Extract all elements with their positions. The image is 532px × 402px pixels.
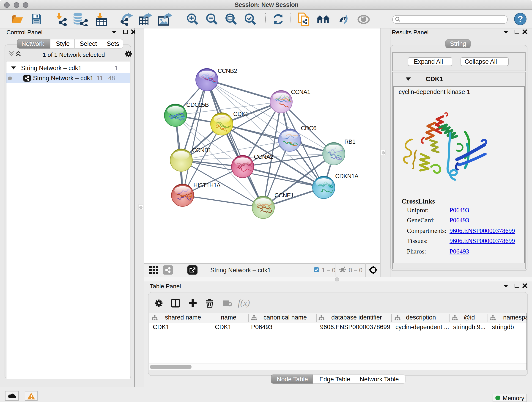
svg-text:?: ? [518, 14, 523, 24]
svg-text:CCNB1: CCNB1 [192, 147, 211, 153]
svg-text:CCNE1: CCNE1 [274, 192, 294, 199]
svg-text:RB1: RB1 [344, 138, 355, 145]
svg-text:CDK1: CDK1 [233, 110, 248, 117]
svg-text:CDC6: CDC6 [301, 125, 317, 132]
svg-text:CDC25B: CDC25B [186, 101, 209, 108]
svg-text:CDKN1A: CDKN1A [335, 172, 359, 179]
svg-text:CCNA1: CCNA1 [291, 89, 310, 95]
svg-text:CCNB2: CCNB2 [218, 67, 237, 74]
svg-text:HIST1H1A: HIST1H1A [193, 182, 221, 189]
svg-text:CCNA2: CCNA2 [254, 153, 273, 160]
